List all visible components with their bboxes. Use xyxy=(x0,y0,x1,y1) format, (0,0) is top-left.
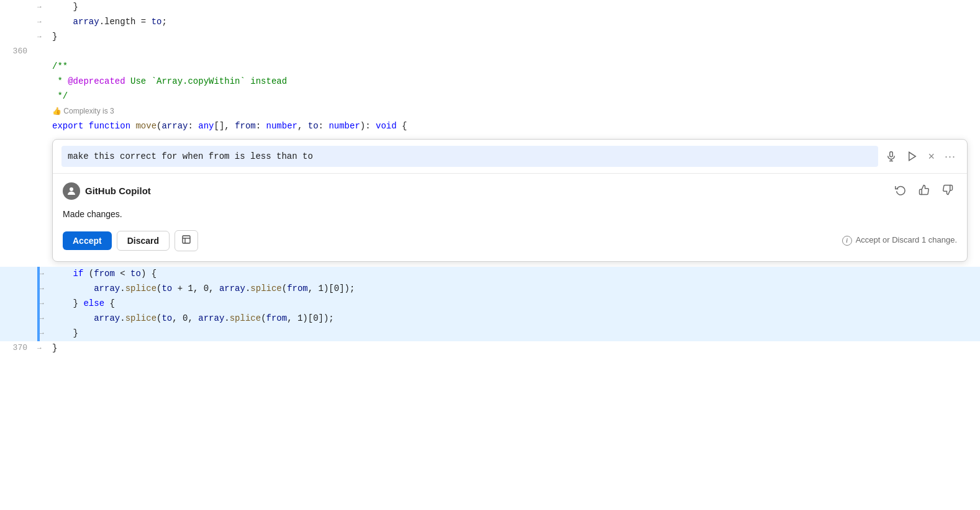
copilot-input-row: make this correct for when from is less … xyxy=(53,140,967,174)
copilot-actions xyxy=(891,183,957,200)
line-number xyxy=(0,119,37,120)
copilot-body: GitHub Copilot xyxy=(53,174,967,261)
accept-button[interactable]: Accept xyxy=(63,231,112,250)
line-content: array.length = to; xyxy=(52,15,980,29)
line-content: */ xyxy=(52,89,980,103)
line-number xyxy=(0,89,37,90)
info-icon: i xyxy=(842,236,852,246)
code-line-export: export function move(array: any[], from:… xyxy=(0,119,980,134)
copilot-header: GitHub Copilot xyxy=(63,182,957,200)
line-number xyxy=(0,0,37,1)
refresh-button[interactable] xyxy=(891,183,910,200)
code-line-jsdoc-open: /** xyxy=(0,60,980,74)
code-line-deprecated: * @deprecated Use `Array.copyWithin` ins… xyxy=(0,74,980,89)
line-arrow xyxy=(37,74,52,76)
line-arrow xyxy=(37,119,52,121)
code-line-if: → if (from < to) { xyxy=(0,267,980,282)
copilot-left-buttons: Accept Discard xyxy=(63,230,198,251)
line-arrow: → xyxy=(37,15,52,28)
code-line-360: 360 xyxy=(0,45,980,60)
copilot-panel: make this correct for when from is less … xyxy=(52,139,968,262)
copilot-avatar xyxy=(63,182,80,200)
code-line-complexity: 👍 Complexity is 3 xyxy=(0,104,980,119)
line-arrow: → xyxy=(37,0,52,13)
thumbup-button[interactable] xyxy=(915,183,933,200)
line-content: array.splice(to + 1, 0, array.splice(fro… xyxy=(52,282,980,295)
code-line-2: → array.length = to; xyxy=(0,15,980,30)
more-button[interactable]: ··· xyxy=(942,149,958,164)
svg-marker-3 xyxy=(909,152,916,161)
line-number xyxy=(0,104,37,105)
send-button[interactable] xyxy=(904,150,920,163)
line-arrow xyxy=(37,104,52,106)
line-number xyxy=(0,30,37,30)
info-text: Accept or Discard 1 change. xyxy=(856,234,957,247)
line-content: } xyxy=(52,341,980,355)
line-number xyxy=(0,267,37,267)
copilot-title-row: GitHub Copilot xyxy=(63,182,151,200)
line-content: * @deprecated Use `Array.copyWithin` ins… xyxy=(52,74,980,88)
copilot-input-field[interactable]: make this correct for when from is less … xyxy=(61,146,878,167)
code-line-splice2: → array.splice(to, 0, array.splice(from,… xyxy=(0,311,980,326)
code-line-jsdoc-close: */ xyxy=(0,89,980,104)
line-number xyxy=(0,282,37,282)
discard-button[interactable]: Discard xyxy=(117,231,170,251)
copilot-input-text: make this correct for when from is less … xyxy=(68,151,313,161)
mic-button[interactable] xyxy=(883,150,899,163)
code-area: → } → array.length = to; → } 360 /** xyxy=(0,0,980,356)
line-number xyxy=(0,74,37,75)
line-content: } xyxy=(52,0,980,14)
close-button[interactable]: × xyxy=(925,149,937,164)
line-arrow xyxy=(37,45,52,47)
line-content: } else { xyxy=(52,297,980,310)
line-number xyxy=(0,311,37,312)
code-line-370: 370 → } xyxy=(0,341,980,356)
line-arrow xyxy=(37,60,52,61)
editor-container: → } → array.length = to; → } 360 /** xyxy=(0,0,980,510)
line-content: if (from < to) { xyxy=(52,267,980,280)
line-number xyxy=(0,326,37,327)
line-content: array.splice(to, 0, array.splice(from, 1… xyxy=(52,311,980,325)
line-content: } xyxy=(52,30,980,43)
line-content: 👍 Complexity is 3 xyxy=(52,104,980,118)
line-number xyxy=(0,15,37,16)
thumbdown-button[interactable] xyxy=(938,183,957,200)
line-arrow: → xyxy=(37,341,52,354)
copilot-buttons-row: Accept Discard i Accept or Discard xyxy=(63,230,957,251)
copilot-info: i Accept or Discard 1 change. xyxy=(842,234,957,247)
svg-rect-0 xyxy=(890,152,893,157)
line-content: /** xyxy=(52,60,980,73)
copilot-name: GitHub Copilot xyxy=(85,184,151,199)
code-line-close-inner: → } xyxy=(0,326,980,341)
line-arrow: → xyxy=(37,30,52,43)
code-line-3: → } xyxy=(0,30,980,45)
line-number xyxy=(0,60,37,60)
line-number: 370 xyxy=(0,341,37,355)
line-number xyxy=(0,297,37,297)
code-line-splice1: → array.splice(to + 1, 0, array.splice(f… xyxy=(0,282,980,297)
code-line-else: → } else { xyxy=(0,297,980,311)
line-content: } xyxy=(52,326,980,340)
svg-point-4 xyxy=(70,187,73,191)
line-content: export function move(array: any[], from:… xyxy=(52,119,980,133)
svg-rect-5 xyxy=(183,236,190,243)
line-arrow xyxy=(37,89,52,91)
copilot-message: Made changes. xyxy=(63,207,957,221)
diff-view-button[interactable] xyxy=(175,230,198,251)
code-line-1: → } xyxy=(0,0,980,15)
line-number: 360 xyxy=(0,45,37,58)
